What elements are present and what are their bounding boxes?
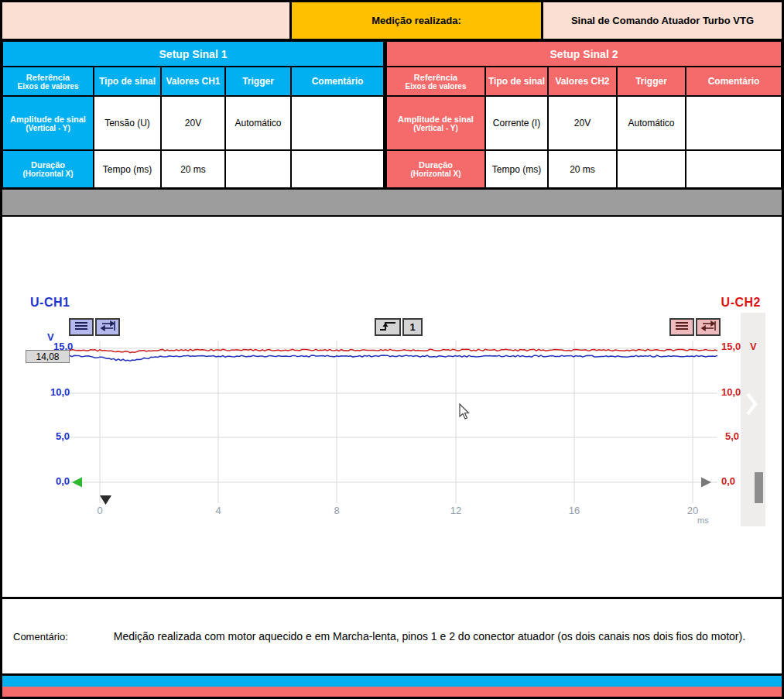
setup1-title: Setup Sinal 1 <box>2 41 384 67</box>
setup2-col-tipo: Tipo de sinal <box>485 67 548 96</box>
right-axis-unit: V <box>750 341 757 352</box>
comment-section: Comentário: Medição realizada com motor … <box>2 597 782 676</box>
right-tick-0: 0,0 <box>721 475 735 487</box>
grid-lines <box>67 341 717 503</box>
x-tick-4: 4 <box>215 505 221 516</box>
setup2-title: Setup Sinal 2 <box>386 41 782 67</box>
ch1-zero-marker[interactable] <box>72 478 82 488</box>
setup1-row1-trigger: Automático <box>225 96 291 150</box>
setup2-row1-comentario <box>686 96 782 150</box>
ref-line2: (Vertical - Y) <box>413 124 458 132</box>
comment-label: Comentário: <box>13 631 68 642</box>
ch1-coupling-button[interactable] <box>95 318 120 336</box>
measurement-title: Sinal de Comando Atuador Turbo VTG <box>543 2 782 39</box>
setup2-row2-valores: 20 ms <box>548 150 617 188</box>
measurement-label: Medição realizada: <box>292 2 543 39</box>
right-tick-5: 5,0 <box>725 430 739 442</box>
header-blank-cell <box>2 2 292 39</box>
x-axis-unit: ms <box>697 516 709 525</box>
setup-sinal-2-table: Setup Sinal 2 Referência Eixos de valore… <box>386 41 782 188</box>
ref-line2: (Horizontal X) <box>23 170 74 178</box>
col-header-line1: Referência <box>414 73 457 82</box>
left-tick-10: 10,0 <box>50 386 70 398</box>
setup2-row1-tipo: Corrente (I) <box>485 96 548 150</box>
ch1-level-marker[interactable]: 14,08 <box>26 350 70 363</box>
left-tick-0: 0,0 <box>56 475 70 487</box>
comment-text: Medição realizada com motor aquecido e e… <box>68 629 782 644</box>
ch1-waveform <box>67 355 717 361</box>
setup-tables: Setup Sinal 1 Referência Eixos de valore… <box>2 41 782 188</box>
setup2-col-trigger: Trigger <box>617 67 686 96</box>
trigger-slope-button[interactable] <box>375 318 401 336</box>
mouse-cursor-icon <box>460 404 469 419</box>
oscilloscope-panel: U-CH1 U-CH2 <box>22 293 765 526</box>
setup2-row2-trigger <box>617 150 686 188</box>
setup1-col-trigger: Trigger <box>225 67 291 96</box>
right-tick-10: 10,0 <box>721 386 741 398</box>
setup2-row2-comentario <box>686 150 782 188</box>
ref-line1: Duração <box>419 160 453 170</box>
setup2-col-referencia: Referência Eixos de valores <box>386 67 485 96</box>
setup1-row1-ref: Amplitude de sinal (Vertical - Y) <box>2 96 94 150</box>
ch1-menu-button[interactable] <box>69 318 94 336</box>
setup2-row1-valores: 20V <box>548 96 617 150</box>
transfer-arrows-icon <box>700 320 716 334</box>
report-header: Medição realizada: Sinal de Comando Atua… <box>2 2 782 41</box>
ref-line1: Duração <box>31 160 65 170</box>
ref-line1: Amplitude de sinal <box>398 115 474 124</box>
trigger-source-button[interactable]: 1 <box>402 318 423 336</box>
ref-line2: (Horizontal X) <box>411 170 461 178</box>
menu-lines-icon <box>674 320 690 334</box>
col-header-line2: Eixos de valores <box>406 82 467 91</box>
menu-lines-icon <box>74 320 89 334</box>
setup1-row1-tipo: Tensão (U) <box>94 96 161 150</box>
setup2-row2-ref: Duração (Horizontal X) <box>386 150 485 188</box>
setup1-col-tipo: Tipo de sinal <box>94 67 161 96</box>
col-header-line2: Eixos de valores <box>18 82 79 91</box>
x-tick-0: 0 <box>97 505 102 516</box>
setup1-row2-valores: 20 ms <box>161 150 225 188</box>
measurement-report-page: Medição realizada: Sinal de Comando Atua… <box>0 0 784 699</box>
setup2-row1-trigger: Automático <box>617 96 686 150</box>
x-tick-12: 12 <box>450 505 461 516</box>
ref-line1: Amplitude de sinal <box>10 115 86 124</box>
setup2-row1-ref: Amplitude de sinal (Vertical - Y) <box>386 96 485 150</box>
bottom-red-bar <box>2 687 782 697</box>
left-tick-5: 5,0 <box>56 430 70 442</box>
bottom-cyan-bar <box>2 676 782 687</box>
ch2-menu-button[interactable] <box>669 318 694 336</box>
setup2-row2-tipo: Tempo (ms) <box>485 150 548 188</box>
setup2-col-valores: Valores CH2 <box>548 67 617 96</box>
setup1-row2-comentario <box>291 150 384 188</box>
right-tick-15: 15,0 <box>721 341 741 352</box>
setup1-row1-comentario <box>291 96 384 150</box>
setup1-col-referencia: Referência Eixos de valores <box>2 67 94 96</box>
x-tick-8: 8 <box>334 505 339 516</box>
setup1-row1-valores: 20V <box>161 96 225 150</box>
setup1-row2-ref: Duração (Horizontal X) <box>2 150 94 188</box>
transfer-arrows-icon <box>100 320 115 334</box>
separator-band <box>2 188 782 217</box>
ch2-coupling-button[interactable] <box>696 318 721 336</box>
setup-sinal-1-table: Setup Sinal 1 Referência Eixos de valore… <box>2 41 386 188</box>
rising-edge-icon <box>378 320 397 334</box>
x-tick-16: 16 <box>569 505 580 516</box>
ref-line2: (Vertical - Y) <box>26 124 70 132</box>
trigger-time-marker[interactable] <box>100 495 111 505</box>
setup1-col-comentario: Comentário <box>291 67 384 96</box>
ch2-waveform <box>67 349 717 352</box>
ch2-zero-marker[interactable] <box>701 478 711 488</box>
setup1-col-valores: Valores CH1 <box>161 67 225 96</box>
setup1-row2-trigger <box>225 150 291 188</box>
col-header-line1: Referência <box>26 73 70 82</box>
x-tick-20: 20 <box>687 505 698 516</box>
setup2-col-comentario: Comentário <box>686 67 782 96</box>
setup1-row2-tipo: Tempo (ms) <box>94 150 161 188</box>
